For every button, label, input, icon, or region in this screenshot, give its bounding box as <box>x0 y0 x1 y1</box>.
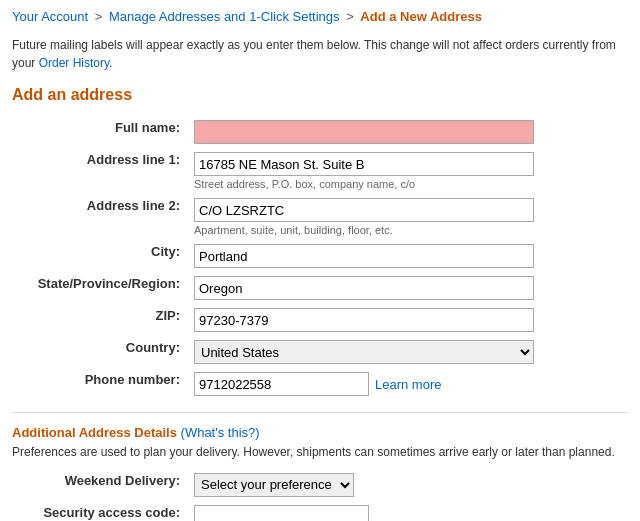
learn-more-link[interactable]: Learn more <box>375 377 441 392</box>
city-label: City: <box>12 240 188 272</box>
state-input[interactable] <box>194 276 534 300</box>
phone-cell: Learn more <box>188 368 628 400</box>
zip-cell <box>188 304 628 336</box>
additional-title: Additional Address Details <box>12 425 177 440</box>
breadcrumb-current: Add a New Address <box>360 9 482 24</box>
country-row: Country: United StatesCanadaUnited Kingd… <box>12 336 628 368</box>
breadcrumb-account-link[interactable]: Your Account <box>12 9 88 24</box>
phone-row: Phone number: Learn more <box>12 368 628 400</box>
country-label: Country: <box>12 336 188 368</box>
section-title: Add an address <box>12 86 628 104</box>
security-input[interactable] <box>194 505 369 521</box>
zip-input[interactable] <box>194 308 534 332</box>
weekend-label: Weekend Delivery: <box>12 469 188 501</box>
intro-text: Future mailing labels will appear exactl… <box>12 36 628 72</box>
address2-row: Address line 2: Apartment, suite, unit, … <box>12 194 628 240</box>
weekend-row: Weekend Delivery: Select your preference… <box>12 469 628 501</box>
address2-cell: Apartment, suite, unit, building, floor,… <box>188 194 628 240</box>
full-name-cell <box>188 116 628 148</box>
breadcrumb-manage-link[interactable]: Manage Addresses and 1-Click Settings <box>109 9 340 24</box>
breadcrumb-sep2: > <box>346 9 354 24</box>
full-name-row: Full name: <box>12 116 628 148</box>
address1-cell: Street address, P.O. box, company name, … <box>188 148 628 194</box>
address1-row: Address line 1: Street address, P.O. box… <box>12 148 628 194</box>
country-select[interactable]: United StatesCanadaUnited KingdomAustral… <box>194 340 534 364</box>
city-row: City: <box>12 240 628 272</box>
security-row: Security access code: For buildings or g… <box>12 501 628 521</box>
order-history-link[interactable]: Order History <box>39 56 109 70</box>
address2-hint: Apartment, suite, unit, building, floor,… <box>194 224 622 236</box>
address2-input[interactable] <box>194 198 534 222</box>
address2-label: Address line 2: <box>12 194 188 240</box>
full-name-label: Full name: <box>12 116 188 148</box>
address-form: Full name: Address line 1: Street addres… <box>12 116 628 400</box>
state-cell <box>188 272 628 304</box>
phone-input[interactable] <box>194 372 369 396</box>
security-cell: For buildings or gated communities <box>188 501 628 521</box>
city-cell <box>188 240 628 272</box>
form-divider <box>12 412 628 413</box>
weekend-cell: Select your preferenceYesNo <box>188 469 628 501</box>
zip-label: ZIP: <box>12 304 188 336</box>
additional-description: Preferences are used to plan your delive… <box>12 444 628 461</box>
full-name-input[interactable] <box>194 120 534 144</box>
weekend-select[interactable]: Select your preferenceYesNo <box>194 473 354 497</box>
state-row: State/Province/Region: <box>12 272 628 304</box>
breadcrumb-sep1: > <box>95 9 103 24</box>
state-label: State/Province/Region: <box>12 272 188 304</box>
city-input[interactable] <box>194 244 534 268</box>
phone-label: Phone number: <box>12 368 188 400</box>
address1-hint: Street address, P.O. box, company name, … <box>194 178 622 190</box>
additional-details-header: Additional Address Details (What's this?… <box>12 425 628 440</box>
whats-this-link[interactable]: (What's this?) <box>181 425 260 440</box>
security-label: Security access code: <box>12 501 188 521</box>
zip-row: ZIP: <box>12 304 628 336</box>
address1-input[interactable] <box>194 152 534 176</box>
address1-label: Address line 1: <box>12 148 188 194</box>
breadcrumb: Your Account > Manage Addresses and 1-Cl… <box>12 8 628 26</box>
additional-form: Weekend Delivery: Select your preference… <box>12 469 628 521</box>
country-cell: United StatesCanadaUnited KingdomAustral… <box>188 336 628 368</box>
